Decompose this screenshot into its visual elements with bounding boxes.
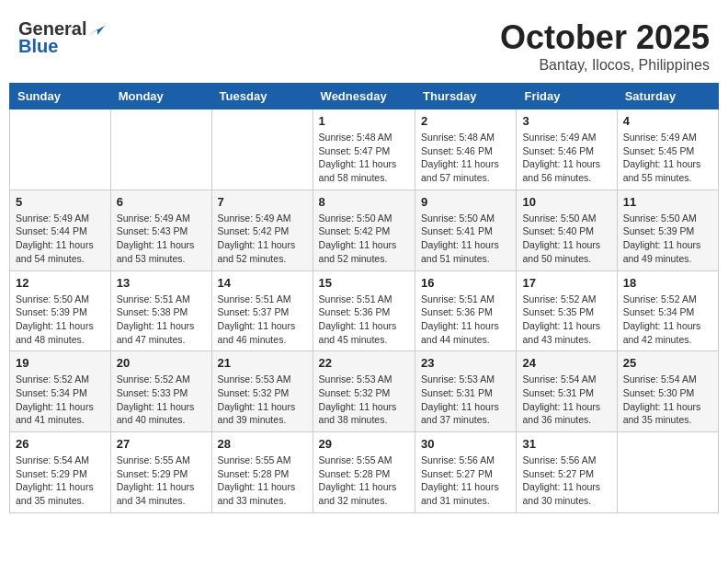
calendar-cell: 22Sunrise: 5:53 AM Sunset: 5:32 PM Dayli… — [313, 351, 415, 432]
day-number: 31 — [522, 437, 610, 451]
day-number: 3 — [522, 114, 610, 128]
day-number: 22 — [319, 356, 409, 370]
day-info: Sunrise: 5:48 AM Sunset: 5:47 PM Dayligh… — [319, 131, 409, 185]
day-number: 20 — [117, 356, 206, 370]
calendar-cell: 24Sunrise: 5:54 AM Sunset: 5:31 PM Dayli… — [517, 351, 617, 432]
day-info: Sunrise: 5:49 AM Sunset: 5:45 PM Dayligh… — [623, 131, 712, 185]
calendar-cell: 14Sunrise: 5:51 AM Sunset: 5:37 PM Dayli… — [211, 270, 313, 351]
month-title: October 2025 — [500, 18, 710, 57]
day-number: 28 — [218, 437, 307, 451]
day-number: 18 — [623, 276, 712, 290]
calendar-cell: 7Sunrise: 5:49 AM Sunset: 5:42 PM Daylig… — [211, 190, 313, 270]
calendar-cell — [110, 109, 211, 190]
logo-blue: Blue — [18, 36, 58, 57]
day-info: Sunrise: 5:56 AM Sunset: 5:27 PM Dayligh… — [522, 454, 610, 508]
day-info: Sunrise: 5:52 AM Sunset: 5:34 PM Dayligh… — [623, 293, 712, 347]
day-info: Sunrise: 5:55 AM Sunset: 5:28 PM Dayligh… — [319, 454, 409, 508]
week-row: 12Sunrise: 5:50 AM Sunset: 5:39 PM Dayli… — [10, 270, 719, 351]
day-number: 11 — [623, 195, 712, 209]
calendar-cell: 26Sunrise: 5:54 AM Sunset: 5:29 PM Dayli… — [10, 432, 111, 513]
day-number: 6 — [117, 195, 206, 209]
day-info: Sunrise: 5:50 AM Sunset: 5:41 PM Dayligh… — [421, 212, 510, 266]
day-info: Sunrise: 5:53 AM Sunset: 5:32 PM Dayligh… — [319, 373, 409, 427]
calendar-cell: 12Sunrise: 5:50 AM Sunset: 5:39 PM Dayli… — [10, 270, 111, 351]
calendar-cell: 13Sunrise: 5:51 AM Sunset: 5:38 PM Dayli… — [110, 270, 211, 351]
day-info: Sunrise: 5:54 AM Sunset: 5:31 PM Dayligh… — [522, 373, 610, 427]
weekday-header: Thursday — [415, 84, 517, 109]
calendar-cell: 17Sunrise: 5:52 AM Sunset: 5:35 PM Dayli… — [517, 270, 617, 351]
day-info: Sunrise: 5:54 AM Sunset: 5:29 PM Dayligh… — [16, 454, 105, 508]
day-number: 4 — [623, 114, 712, 128]
day-info: Sunrise: 5:49 AM Sunset: 5:44 PM Dayligh… — [16, 212, 105, 266]
location-title: Bantay, Ilocos, Philippines — [500, 57, 710, 74]
day-info: Sunrise: 5:48 AM Sunset: 5:46 PM Dayligh… — [421, 131, 510, 185]
day-info: Sunrise: 5:51 AM Sunset: 5:36 PM Dayligh… — [421, 293, 510, 347]
day-number: 27 — [117, 437, 206, 451]
calendar-cell: 16Sunrise: 5:51 AM Sunset: 5:36 PM Dayli… — [415, 270, 517, 351]
calendar-cell: 20Sunrise: 5:52 AM Sunset: 5:33 PM Dayli… — [110, 351, 211, 432]
weekday-header: Saturday — [617, 84, 718, 109]
day-number: 9 — [421, 195, 510, 209]
day-info: Sunrise: 5:56 AM Sunset: 5:27 PM Dayligh… — [421, 454, 510, 508]
day-info: Sunrise: 5:49 AM Sunset: 5:46 PM Dayligh… — [522, 131, 610, 185]
week-row: 5Sunrise: 5:49 AM Sunset: 5:44 PM Daylig… — [10, 190, 719, 270]
calendar-cell: 11Sunrise: 5:50 AM Sunset: 5:39 PM Dayli… — [617, 190, 718, 270]
day-number: 1 — [319, 114, 409, 128]
calendar-cell: 18Sunrise: 5:52 AM Sunset: 5:34 PM Dayli… — [617, 270, 718, 351]
day-number: 16 — [421, 276, 510, 290]
day-number: 30 — [421, 437, 510, 451]
day-info: Sunrise: 5:50 AM Sunset: 5:39 PM Dayligh… — [623, 212, 712, 266]
calendar-cell — [10, 109, 111, 190]
day-info: Sunrise: 5:53 AM Sunset: 5:32 PM Dayligh… — [218, 373, 307, 427]
day-number: 15 — [319, 276, 409, 290]
day-number: 29 — [319, 437, 409, 451]
weekday-header: Sunday — [10, 84, 111, 109]
day-number: 8 — [319, 195, 409, 209]
calendar-cell: 9Sunrise: 5:50 AM Sunset: 5:41 PM Daylig… — [415, 190, 517, 270]
day-info: Sunrise: 5:49 AM Sunset: 5:43 PM Dayligh… — [117, 212, 206, 266]
day-number: 17 — [522, 276, 610, 290]
calendar-cell: 30Sunrise: 5:56 AM Sunset: 5:27 PM Dayli… — [415, 432, 517, 513]
calendar-cell: 23Sunrise: 5:53 AM Sunset: 5:31 PM Dayli… — [415, 351, 517, 432]
day-info: Sunrise: 5:50 AM Sunset: 5:42 PM Dayligh… — [319, 212, 409, 266]
calendar-cell: 6Sunrise: 5:49 AM Sunset: 5:43 PM Daylig… — [110, 190, 211, 270]
page-header: General Blue October 2025 Bantay, Ilocos… — [9, 9, 719, 78]
weekday-header: Tuesday — [211, 84, 313, 109]
day-info: Sunrise: 5:49 AM Sunset: 5:42 PM Dayligh… — [218, 212, 307, 266]
calendar-cell: 19Sunrise: 5:52 AM Sunset: 5:34 PM Dayli… — [10, 351, 111, 432]
calendar-cell: 10Sunrise: 5:50 AM Sunset: 5:40 PM Dayli… — [517, 190, 617, 270]
week-row: 26Sunrise: 5:54 AM Sunset: 5:29 PM Dayli… — [10, 432, 719, 513]
calendar-cell: 1Sunrise: 5:48 AM Sunset: 5:47 PM Daylig… — [313, 109, 415, 190]
day-number: 21 — [218, 356, 307, 370]
title-block: October 2025 Bantay, Ilocos, Philippines — [500, 18, 710, 74]
day-info: Sunrise: 5:52 AM Sunset: 5:34 PM Dayligh… — [16, 373, 105, 427]
calendar-cell: 28Sunrise: 5:55 AM Sunset: 5:28 PM Dayli… — [211, 432, 313, 513]
calendar-cell: 4Sunrise: 5:49 AM Sunset: 5:45 PM Daylig… — [617, 109, 718, 190]
weekday-header: Monday — [110, 84, 211, 109]
day-number: 14 — [218, 276, 307, 290]
day-number: 13 — [117, 276, 206, 290]
logo: General Blue — [18, 18, 105, 57]
svg-marker-0 — [88, 26, 105, 35]
weekday-header-row: SundayMondayTuesdayWednesdayThursdayFrid… — [10, 84, 719, 109]
calendar-cell: 21Sunrise: 5:53 AM Sunset: 5:32 PM Dayli… — [211, 351, 313, 432]
week-row: 19Sunrise: 5:52 AM Sunset: 5:34 PM Dayli… — [10, 351, 719, 432]
calendar-cell: 15Sunrise: 5:51 AM Sunset: 5:36 PM Dayli… — [313, 270, 415, 351]
day-number: 23 — [421, 356, 510, 370]
day-info: Sunrise: 5:51 AM Sunset: 5:37 PM Dayligh… — [218, 293, 307, 347]
calendar-cell: 29Sunrise: 5:55 AM Sunset: 5:28 PM Dayli… — [313, 432, 415, 513]
calendar-table: SundayMondayTuesdayWednesdayThursdayFrid… — [9, 83, 719, 513]
day-number: 24 — [522, 356, 610, 370]
day-number: 2 — [421, 114, 510, 128]
day-number: 5 — [16, 195, 105, 209]
calendar-cell: 27Sunrise: 5:55 AM Sunset: 5:29 PM Dayli… — [110, 432, 211, 513]
day-number: 12 — [16, 276, 105, 290]
day-info: Sunrise: 5:52 AM Sunset: 5:33 PM Dayligh… — [117, 373, 206, 427]
calendar-cell: 31Sunrise: 5:56 AM Sunset: 5:27 PM Dayli… — [517, 432, 617, 513]
calendar-cell: 2Sunrise: 5:48 AM Sunset: 5:46 PM Daylig… — [415, 109, 517, 190]
day-info: Sunrise: 5:51 AM Sunset: 5:36 PM Dayligh… — [319, 293, 409, 347]
day-info: Sunrise: 5:55 AM Sunset: 5:29 PM Dayligh… — [117, 454, 206, 508]
day-info: Sunrise: 5:55 AM Sunset: 5:28 PM Dayligh… — [218, 454, 307, 508]
day-number: 10 — [522, 195, 610, 209]
calendar-cell: 3Sunrise: 5:49 AM Sunset: 5:46 PM Daylig… — [517, 109, 617, 190]
